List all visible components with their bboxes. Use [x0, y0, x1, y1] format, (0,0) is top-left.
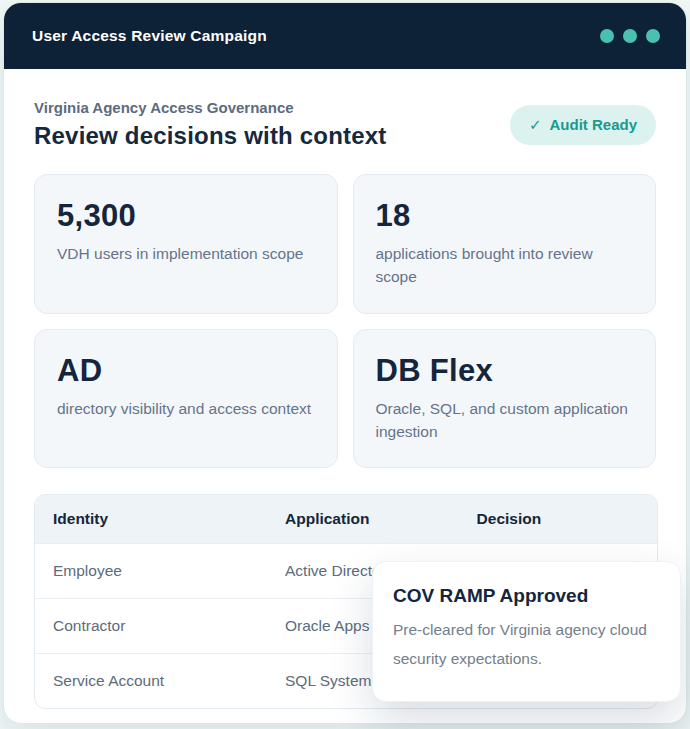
stat-card-users: 5,300 VDH users in implementation scope [34, 174, 338, 314]
page-header-text: Virginia Agency Access Governance Review… [34, 99, 387, 150]
page-header: Virginia Agency Access Governance Review… [34, 99, 656, 150]
column-header-identity: Identity [35, 495, 267, 544]
identity-cell: Contractor [35, 599, 267, 654]
stat-value: AD [57, 354, 315, 388]
stat-card-db-flex: DB Flex Oracle, SQL, and custom applicat… [353, 329, 657, 469]
audit-ready-badge-label: Audit Ready [549, 116, 637, 133]
stat-card-directory: AD directory visibility and access conte… [34, 329, 338, 469]
eyebrow-label: Virginia Agency Access Governance [34, 99, 387, 116]
cov-ramp-popover: COV RAMP Approved Pre-cleared for Virgin… [372, 561, 681, 702]
window-dot-icon[interactable] [623, 29, 637, 43]
stat-caption: VDH users in implementation scope [57, 242, 315, 265]
window-titlebar: User Access Review Campaign [4, 3, 686, 69]
window-title: User Access Review Campaign [32, 27, 267, 45]
stat-value: DB Flex [376, 354, 634, 388]
stat-caption: Oracle, SQL, and custom application inge… [376, 397, 634, 444]
stat-caption: directory visibility and access context [57, 397, 315, 420]
stat-value: 18 [376, 199, 634, 233]
stat-card-applications: 18 applications brought into review scop… [353, 174, 657, 314]
window-dot-icon[interactable] [600, 29, 614, 43]
identity-cell: Employee [35, 544, 267, 599]
stat-caption: applications brought into review scope [376, 242, 634, 289]
page-title: Review decisions with context [34, 122, 387, 150]
audit-ready-badge: ✓ Audit Ready [510, 105, 656, 145]
stats-grid: 5,300 VDH users in implementation scope … [34, 174, 656, 468]
column-header-application: Application [267, 495, 459, 544]
check-icon: ✓ [529, 116, 542, 134]
window-controls [600, 29, 660, 43]
popover-title: COV RAMP Approved [393, 585, 656, 607]
window-dot-icon[interactable] [646, 29, 660, 43]
stat-value: 5,300 [57, 199, 315, 233]
column-header-decision: Decision [459, 495, 657, 544]
table-header-row: Identity Application Decision [35, 495, 657, 544]
identity-cell: Service Account [35, 654, 267, 709]
popover-body: Pre-cleared for Virginia agency cloud se… [393, 616, 656, 673]
